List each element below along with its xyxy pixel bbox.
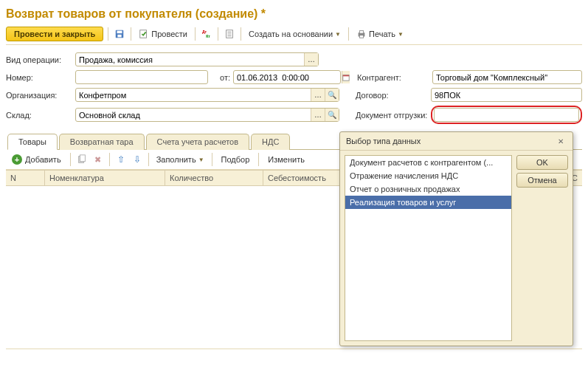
dialog-title: Выбор типа данных (346, 137, 421, 145)
dots-button[interactable]: … (311, 89, 325, 101)
operation-value[interactable] (76, 53, 304, 66)
delete-icon[interactable]: ✖ (91, 153, 105, 166)
contragent-label: Контрагент: (357, 73, 429, 82)
move-down-icon[interactable]: ⇩ (131, 153, 144, 166)
docship-label: Документ отгрузки: (356, 111, 428, 120)
tab-tovary[interactable]: Товары (7, 134, 58, 150)
add-label: Добавить (25, 155, 61, 164)
podbor-button[interactable]: Подбор (217, 154, 255, 165)
operation-input[interactable]: … (75, 52, 319, 66)
change-button[interactable]: Изменить (263, 154, 309, 165)
number-value[interactable] (76, 71, 207, 83)
print-button[interactable]: Печать ▼ (353, 27, 407, 41)
svg-text:Кт: Кт (206, 34, 210, 38)
contragent-value[interactable] (433, 71, 581, 83)
move-up-icon[interactable]: ⇧ (114, 153, 128, 166)
print-label: Печать (369, 30, 395, 38)
chevron-down-icon: ▼ (198, 157, 204, 163)
add-button[interactable]: + Добавить (7, 153, 66, 166)
magnify-icon[interactable]: 🔍 (325, 109, 339, 121)
main-toolbar: Провести и закрыть Провести ДтКт Создать… (6, 27, 582, 45)
cancel-button[interactable]: Отмена (516, 173, 568, 188)
contragent-input[interactable] (432, 70, 582, 84)
docship-highlight (431, 106, 582, 124)
tab-vozvratnaya-tara[interactable]: Возвратная тара (59, 134, 145, 150)
number-input[interactable] (75, 70, 208, 84)
dogovor-label: Договор: (356, 91, 428, 100)
col-qty[interactable]: Количество (165, 171, 263, 185)
list-item[interactable]: Реализация товаров и услуг (345, 196, 511, 209)
docship-input[interactable] (434, 108, 579, 122)
sklad-value[interactable] (76, 109, 311, 121)
svg-rect-16 (80, 155, 85, 162)
fill-label: Заполнить (156, 155, 196, 164)
chevron-down-icon: ▼ (398, 31, 404, 38)
magnify-icon[interactable]: 🔍 (325, 89, 339, 101)
list-item[interactable]: Отчет о розничных продажах (345, 182, 511, 196)
svg-rect-2 (118, 35, 122, 38)
col-n[interactable]: N (6, 171, 45, 185)
dogovor-input[interactable] (431, 88, 582, 102)
operation-label: Вид операции: (6, 55, 72, 64)
chevron-down-icon: ▼ (335, 31, 341, 38)
dots-button[interactable]: … (304, 53, 318, 66)
sklad-input[interactable]: … 🔍 (75, 108, 339, 122)
list-item[interactable]: Документ расчетов с контрагентом (... (345, 156, 511, 169)
page-title: Возврат товаров от покупателя (создание)… (6, 7, 582, 21)
org-input[interactable]: … 🔍 (75, 88, 339, 102)
provesti-button[interactable]: Провести (136, 27, 190, 41)
tab-scheta[interactable]: Счета учета расчетов (146, 134, 249, 150)
document-icon[interactable] (223, 27, 236, 41)
date-input[interactable] (233, 70, 341, 84)
org-value[interactable] (76, 89, 311, 101)
type-select-dialog: Выбор типа данных ✕ Документ расчетов с … (339, 131, 573, 346)
list-item[interactable]: Отражение начисления НДС (345, 169, 511, 182)
fill-button[interactable]: Заполнить ▼ (153, 154, 207, 165)
svg-rect-3 (140, 30, 147, 38)
dialog-titlebar: Выбор типа данных ✕ (340, 132, 573, 151)
sklad-label: Склад: (6, 111, 72, 120)
ok-button[interactable]: OK (516, 155, 568, 170)
dialog-list[interactable]: Документ расчетов с контрагентом (... От… (345, 155, 512, 341)
close-icon[interactable]: ✕ (555, 135, 567, 147)
date-value[interactable] (234, 71, 342, 83)
col-nomen[interactable]: Номенклатура (45, 171, 165, 185)
calendar-icon[interactable] (342, 71, 350, 83)
provesti-label: Провести (151, 30, 187, 38)
dogovor-value[interactable] (432, 89, 581, 101)
from-label: от: (211, 73, 230, 82)
number-label: Номер: (6, 73, 72, 82)
plus-icon: + (12, 154, 22, 165)
copy-icon[interactable] (75, 153, 89, 166)
svg-rect-12 (359, 35, 363, 38)
dots-button[interactable]: … (311, 109, 325, 121)
tab-nds[interactable]: НДС (251, 134, 290, 150)
svg-text:Дт: Дт (202, 30, 207, 34)
docship-value[interactable] (435, 109, 578, 121)
svg-rect-14 (343, 75, 349, 76)
svg-rect-11 (359, 31, 363, 34)
create-base-button[interactable]: Создать на основании ▼ (246, 28, 344, 40)
save-close-button[interactable]: Провести и закрыть (6, 27, 103, 41)
svg-rect-1 (117, 31, 122, 34)
org-label: Организация: (6, 91, 72, 100)
dt-kt-icon[interactable]: ДтКт (200, 27, 213, 41)
save-icon[interactable] (113, 27, 126, 41)
create-base-label: Создать на основании (249, 30, 333, 38)
